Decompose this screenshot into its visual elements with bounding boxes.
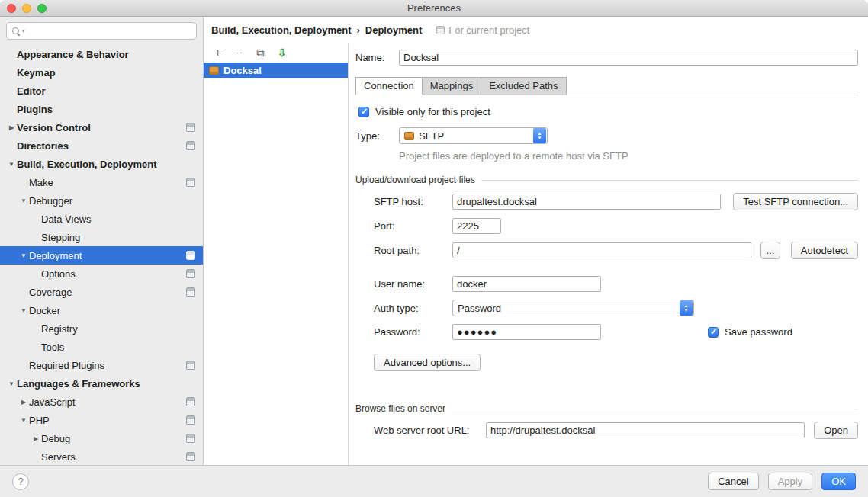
auth-type-label: Auth type: xyxy=(374,303,452,314)
sidebar-item-label: Docker xyxy=(29,305,60,316)
sidebar-item-editor[interactable]: Editor xyxy=(0,82,203,100)
tab-mappings[interactable]: Mappings xyxy=(422,77,481,95)
server-list-toolbar: +−⧉⇩ xyxy=(204,43,348,63)
root-path-input[interactable] xyxy=(452,242,751,258)
chevron-right-icon[interactable]: ▶ xyxy=(18,399,29,406)
sidebar-item-label: Data Views xyxy=(41,213,92,225)
project-scope: For current project xyxy=(436,24,529,36)
breadcrumb-build-execution-deployment[interactable]: Build, Execution, Deployment xyxy=(211,24,351,36)
sidebar-item-label: Coverage xyxy=(29,287,72,298)
sidebar-item-label: Tools xyxy=(41,341,64,353)
root-path-label: Root path: xyxy=(374,245,452,256)
close-window-icon[interactable] xyxy=(7,4,16,13)
sidebar-item-directories[interactable]: Directories xyxy=(0,136,203,155)
sidebar-item-debug[interactable]: ▶Debug xyxy=(0,429,203,447)
sidebar-item-php[interactable]: ▼PHP xyxy=(0,411,203,429)
search-icon xyxy=(11,27,21,36)
titlebar: Preferences xyxy=(0,0,868,17)
select-stepper-icon[interactable]: ▲▼ xyxy=(680,300,693,316)
sidebar-item-label: Servers xyxy=(41,451,76,463)
web-root-label: Web server root URL: xyxy=(374,425,486,436)
user-name-label: User name: xyxy=(374,278,452,290)
sidebar-item-deployment[interactable]: ▼Deployment xyxy=(0,246,203,265)
sidebar-item-tools[interactable]: Tools xyxy=(0,338,203,356)
deployment-server-icon xyxy=(209,66,219,75)
add-icon[interactable]: + xyxy=(212,47,223,58)
breadcrumb-deployment[interactable]: Deployment xyxy=(365,24,422,36)
name-input[interactable] xyxy=(399,50,858,66)
save-password-checkbox[interactable] xyxy=(708,327,719,338)
sidebar-item-version-control[interactable]: ▶Version Control xyxy=(0,118,203,136)
sidebar-item-javascript[interactable]: ▶JavaScript xyxy=(0,393,203,411)
chevron-down-icon[interactable]: ▼ xyxy=(18,307,29,314)
sidebar-item-appearance-behavior[interactable]: Appearance & Behavior xyxy=(0,45,203,63)
chevron-down-icon[interactable]: ▼ xyxy=(6,380,17,387)
project-scope-icon xyxy=(436,26,445,34)
sidebar-item-coverage[interactable]: Coverage xyxy=(0,283,203,301)
upload-section-header: Upload/download project files xyxy=(355,175,858,185)
sidebar-item-docker[interactable]: ▼Docker xyxy=(0,301,203,319)
sidebar-item-options[interactable]: Options xyxy=(0,265,203,283)
sidebar-item-keymap[interactable]: Keymap xyxy=(0,63,203,82)
server-list: Docksal xyxy=(204,63,348,78)
sidebar-item-label: Version Control xyxy=(17,122,91,133)
chevron-down-icon[interactable]: ▼ xyxy=(6,161,17,168)
name-label: Name: xyxy=(355,52,399,63)
type-select[interactable]: SFTP ▲▼ xyxy=(399,127,548,144)
visible-only-checkbox[interactable] xyxy=(358,107,369,117)
select-stepper-icon[interactable]: ▲▼ xyxy=(533,128,546,143)
cancel-button[interactable]: Cancel xyxy=(708,473,758,490)
sidebar-item-languages-frameworks[interactable]: ▼Languages & Frameworks xyxy=(0,374,203,393)
sidebar-item-label: Plugins xyxy=(17,104,53,115)
tab-excluded-paths[interactable]: Excluded Paths xyxy=(481,77,566,95)
sidebar-item-servers[interactable]: Servers xyxy=(0,447,203,465)
per-project-icon xyxy=(186,251,195,260)
settings-search-box[interactable]: ▾ xyxy=(6,22,197,40)
sidebar-item-build-execution-deployment[interactable]: ▼Build, Execution, Deployment xyxy=(0,155,203,173)
auth-type-select[interactable]: Password ▲▼ xyxy=(452,300,694,316)
type-label: Type: xyxy=(355,130,399,142)
copy-icon[interactable]: ⧉ xyxy=(255,47,266,58)
help-button[interactable]: ? xyxy=(12,473,29,490)
sftp-host-input[interactable] xyxy=(452,194,721,210)
sidebar-item-label: Build, Execution, Deployment xyxy=(17,159,156,170)
ok-button[interactable]: OK xyxy=(821,473,856,490)
per-project-icon xyxy=(186,141,195,150)
test-sftp-connection-button[interactable]: Test SFTP connection... xyxy=(733,193,858,210)
sidebar-item-label: Stepping xyxy=(41,232,80,243)
sidebar-item-required-plugins[interactable]: Required Plugins xyxy=(0,356,203,374)
sidebar-item-stepping[interactable]: Stepping xyxy=(0,228,203,246)
chevron-right-icon[interactable]: ▶ xyxy=(31,435,41,442)
import-icon[interactable]: ⇩ xyxy=(276,47,288,58)
autodetect-button[interactable]: Autodetect xyxy=(791,242,858,259)
browse-root-path-button[interactable]: ... xyxy=(760,242,780,259)
chevron-down-icon[interactable]: ▼ xyxy=(18,417,29,424)
section-divider xyxy=(452,409,858,409)
open-button[interactable]: Open xyxy=(814,422,858,439)
password-input[interactable] xyxy=(452,324,601,340)
user-name-input[interactable] xyxy=(452,276,601,292)
tab-connection[interactable]: Connection xyxy=(355,77,423,95)
visible-only-label: Visible only for this project xyxy=(375,106,490,117)
sidebar-item-plugins[interactable]: Plugins xyxy=(0,100,203,118)
sidebar-item-registry[interactable]: Registry xyxy=(0,319,203,338)
type-value: SFTP xyxy=(419,130,444,142)
port-input[interactable] xyxy=(452,218,501,234)
web-root-input[interactable] xyxy=(486,422,805,438)
settings-search-input[interactable] xyxy=(27,25,191,37)
per-project-icon xyxy=(186,123,195,132)
apply-button[interactable]: Apply xyxy=(768,473,813,490)
chevron-down-icon[interactable]: ▼ xyxy=(18,197,29,204)
sidebar-item-debugger[interactable]: ▼Debugger xyxy=(0,191,203,210)
remove-icon[interactable]: − xyxy=(233,47,245,58)
minimize-window-icon[interactable] xyxy=(22,4,31,13)
advanced-options-button[interactable]: Advanced options... xyxy=(374,354,481,371)
sidebar-item-data-views[interactable]: Data Views xyxy=(0,210,203,228)
chevron-down-icon[interactable]: ▼ xyxy=(18,252,29,259)
chevron-right-icon[interactable]: ▶ xyxy=(6,124,17,131)
search-options-caret-icon[interactable]: ▾ xyxy=(22,28,25,34)
maximize-window-icon[interactable] xyxy=(37,4,47,13)
sidebar-item-label: Debug xyxy=(41,433,70,444)
sidebar-item-make[interactable]: Make xyxy=(0,173,203,191)
server-item-docksal[interactable]: Docksal xyxy=(204,63,348,78)
